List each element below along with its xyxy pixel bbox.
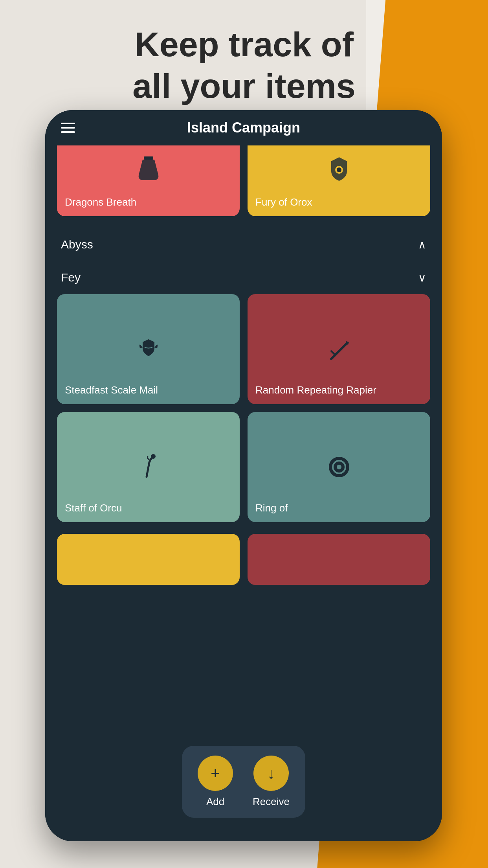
hamburger-menu-button[interactable] <box>61 123 75 133</box>
app-title: Island Campaign <box>187 120 300 136</box>
item-label-staff-of-orcu: Staff of Orcu <box>65 502 122 514</box>
fey-items-grid: Steadfast Scale Mail Random Repeating Ra… <box>57 294 430 522</box>
svg-rect-1 <box>145 156 152 158</box>
phone-frame: Island Campaign Dragons Breath Fury of O <box>45 110 442 841</box>
receive-button[interactable]: ↓ Receive <box>253 756 290 808</box>
page-heading: Keep track of all your items <box>0 24 488 107</box>
item-card-staff-of-orcu[interactable]: Staff of Orcu <box>57 412 240 522</box>
bottom-card-crimson[interactable] <box>248 534 430 585</box>
add-button[interactable]: + Add <box>198 756 233 808</box>
receive-button-label: Receive <box>253 796 290 808</box>
add-button-circle[interactable]: + <box>198 756 233 791</box>
svg-point-10 <box>335 463 343 471</box>
item-label-fury-of-orox: Fury of Orox <box>255 196 312 208</box>
item-card-fury-of-orox[interactable]: Fury of Orox <box>248 145 430 216</box>
item-label-steadfast-scale-mail: Steadfast Scale Mail <box>65 384 158 396</box>
ring-icon <box>323 451 355 483</box>
add-button-label: Add <box>206 796 224 808</box>
section-abyss-chevron: ∧ <box>418 238 426 251</box>
hamburger-line3 <box>61 131 75 133</box>
section-fey[interactable]: Fey ∨ <box>57 261 430 294</box>
svg-line-7 <box>331 351 335 355</box>
section-abyss[interactable]: Abyss ∧ <box>57 228 430 261</box>
add-icon: + <box>211 765 220 782</box>
item-label-dragons-breath: Dragons Breath <box>65 196 136 208</box>
hamburger-line1 <box>61 123 75 124</box>
receive-icon: ↓ <box>267 765 275 782</box>
section-abyss-title: Abyss <box>61 238 93 251</box>
hamburger-line2 <box>61 127 75 129</box>
heading-line2: all your items <box>132 66 355 105</box>
fab-area: + Add ↓ Receive <box>182 746 305 818</box>
bottom-card-yellow[interactable] <box>57 534 240 585</box>
item-card-dragons-breath[interactable]: Dragons Breath <box>57 145 240 216</box>
heading-line1: Keep track of <box>134 25 354 64</box>
staff-icon <box>133 451 164 483</box>
flask-icon <box>133 153 164 185</box>
fab-spacer <box>57 597 430 675</box>
svg-point-8 <box>151 454 156 459</box>
item-label-ring-of: Ring of <box>255 502 288 514</box>
app-header: Island Campaign <box>45 110 442 145</box>
svg-line-5 <box>331 343 347 359</box>
receive-button-circle[interactable]: ↓ <box>253 756 289 791</box>
shield-gear-icon <box>323 153 355 185</box>
armor-icon <box>133 333 164 365</box>
svg-point-3 <box>337 167 341 172</box>
item-label-random-repeating-rapier: Random Repeating Rapier <box>255 384 376 396</box>
app-content: Dragons Breath Fury of Orox Abyss ∧ Fey … <box>45 145 442 841</box>
item-card-ring-of[interactable]: Ring of <box>248 412 430 522</box>
top-cards-row: Dragons Breath Fury of Orox <box>57 145 430 216</box>
svg-point-4 <box>147 343 150 347</box>
sword-icon <box>323 333 355 365</box>
svg-point-9 <box>330 458 348 476</box>
section-fey-chevron: ∨ <box>418 271 426 284</box>
bottom-partial-cards <box>57 534 430 585</box>
item-card-steadfast-scale-mail[interactable]: Steadfast Scale Mail <box>57 294 240 404</box>
section-fey-title: Fey <box>61 271 81 284</box>
item-card-random-repeating-rapier[interactable]: Random Repeating Rapier <box>248 294 430 404</box>
